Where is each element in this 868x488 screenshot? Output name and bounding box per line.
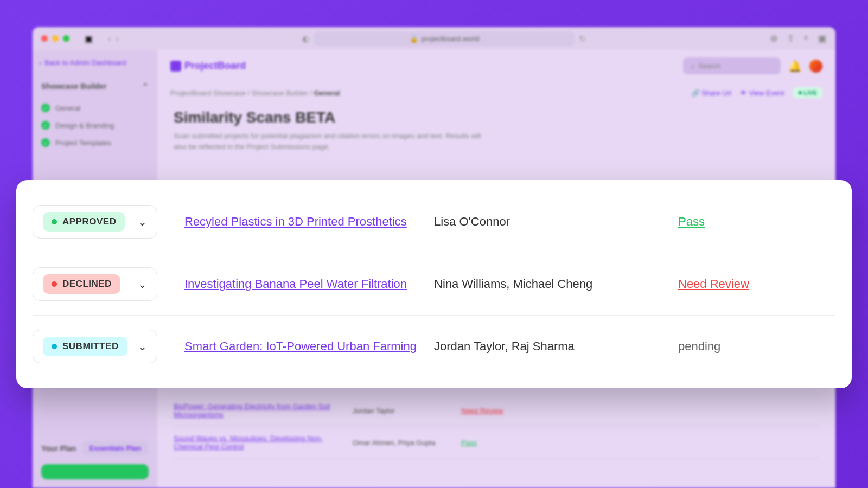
status-dot-icon — [52, 344, 57, 349]
project-link[interactable]: Smart Garden: IoT-Powered Urban Farming — [184, 339, 423, 354]
chevron-up-icon: ⌃ — [142, 82, 149, 91]
status-label: APPROVED — [62, 216, 116, 227]
share-url-link[interactable]: 🔗 Share Url — [691, 89, 732, 97]
brand-logo[interactable]: ProjectBoard — [170, 60, 246, 72]
project-link[interactable]: BioPower: Generating Electricity from Ga… — [174, 402, 342, 419]
chevron-left-icon: ‹ — [39, 59, 41, 67]
chevron-down-icon: ⌄ — [138, 340, 147, 353]
page-description: Scan submitted projects for potential pl… — [174, 131, 488, 152]
share-icon[interactable]: ⇪ — [787, 33, 795, 44]
check-icon: ✓ — [41, 104, 50, 112]
minimize-window-icon[interactable] — [52, 35, 59, 42]
result-link[interactable]: Pass — [678, 215, 765, 229]
status-chip: SUBMITTED — [43, 337, 127, 356]
page-title: Similarity Scans BETA — [174, 109, 819, 126]
breadcrumb-current: General — [314, 89, 340, 97]
project-link[interactable]: Investigating Banana Peel Water Filtrati… — [184, 277, 423, 291]
view-event-link[interactable]: 👁 View Event — [740, 89, 784, 97]
status-dropdown[interactable]: SUBMITTED ⌄ — [33, 330, 157, 363]
result-link[interactable]: pending — [678, 339, 765, 354]
project-link[interactable]: Recyled Plastics in 3D Printed Prostheti… — [184, 215, 423, 229]
result-link[interactable]: Need Review — [461, 407, 510, 415]
live-badge: LIVE — [793, 87, 822, 98]
overlay-row: SUBMITTED ⌄ Smart Garden: IoT-Powered Ur… — [33, 316, 835, 377]
table-row: BioPower: Generating Electricity from Ga… — [174, 395, 819, 427]
search-icon: ⌕ — [691, 62, 695, 70]
check-icon: ✓ — [41, 138, 50, 147]
table-row: Sound Waves vs. Mosquitoes: Developing N… — [174, 427, 819, 459]
search-input[interactable]: ⌕ Search — [683, 57, 781, 74]
sidebar-section-builder[interactable]: Showcase Builder ⌃ — [39, 78, 151, 95]
url-bar[interactable]: 🔒 projectboard.world — [314, 31, 575, 46]
sidebar-item-templates[interactable]: ✓ Project Templates — [39, 134, 151, 151]
sidebar-toggle-icon[interactable]: ▣ — [85, 34, 93, 44]
avatar[interactable] — [809, 60, 822, 73]
overlay-row: APPROVED ⌄ Recyled Plastics in 3D Printe… — [33, 191, 835, 253]
lock-icon: 🔒 — [410, 35, 418, 43]
breadcrumb-bar: ProjectBoard Showcase / Showcase Builder… — [157, 82, 835, 104]
author-text: Omar Ahmen, Priya Gupta — [353, 439, 450, 447]
status-chip: APPROVED — [43, 212, 125, 232]
reload-icon[interactable]: ↻ — [579, 34, 586, 44]
overlay-card: APPROVED ⌄ Recyled Plastics in 3D Printe… — [16, 180, 852, 388]
topbar: ProjectBoard ⌕ Search 🔔 — [157, 50, 835, 82]
result-link[interactable]: Pass — [461, 439, 510, 447]
logo-icon — [170, 61, 181, 72]
breadcrumb: ProjectBoard Showcase / Showcase Builder… — [170, 89, 340, 97]
breadcrumb-mid[interactable]: Showcase Builder — [252, 89, 308, 97]
status-dot-icon — [52, 219, 57, 224]
chevron-down-icon: ⌄ — [138, 278, 147, 291]
status-label: DECLINED — [62, 279, 112, 290]
author-text: Jordan Taylor, Raj Sharma — [434, 339, 667, 354]
plan-badge[interactable]: Essentials Plan — [82, 441, 149, 455]
traffic-lights — [41, 35, 69, 42]
shield-icon[interactable]: ◐ — [302, 34, 310, 44]
close-window-icon[interactable] — [41, 35, 48, 42]
breadcrumb-root[interactable]: ProjectBoard Showcase — [170, 89, 246, 97]
status-dropdown[interactable]: DECLINED ⌄ — [33, 267, 157, 301]
chevron-down-icon: ⌄ — [138, 215, 147, 228]
plan-label: Your Plan — [41, 444, 76, 453]
status-label: SUBMITTED — [62, 341, 119, 352]
sidebar-item-design[interactable]: ✓ Design & Branding — [39, 117, 151, 134]
tabs-icon[interactable]: ▣ — [818, 33, 827, 44]
forward-nav-icon[interactable]: › — [116, 33, 119, 44]
status-chip: DECLINED — [43, 274, 120, 294]
new-tab-icon[interactable]: + — [803, 33, 809, 44]
browser-chrome: ▣ ‹ › ◐ 🔒 projectboard.world ↻ ⊕ ⇪ + ▣ — [33, 27, 835, 50]
author-text: Lisa O'Connor — [434, 215, 667, 229]
project-link[interactable]: Sound Waves vs. Mosquitoes: Developing N… — [174, 434, 342, 451]
maximize-window-icon[interactable] — [63, 35, 69, 42]
check-icon: ✓ — [41, 121, 50, 130]
overlay-row: DECLINED ⌄ Investigating Banana Peel Wat… — [33, 253, 835, 316]
bell-icon[interactable]: 🔔 — [788, 60, 802, 73]
download-icon[interactable]: ⊕ — [770, 33, 778, 44]
status-dot-icon — [52, 281, 57, 287]
url-text: projectboard.world — [422, 35, 480, 43]
result-link[interactable]: Need Review — [678, 277, 765, 291]
back-to-dashboard-link[interactable]: ‹ Back to Admin Dashboard — [39, 59, 151, 67]
back-nav-icon[interactable]: ‹ — [108, 33, 111, 44]
upgrade-plan-button[interactable] — [41, 464, 149, 479]
status-dropdown[interactable]: APPROVED ⌄ — [33, 205, 157, 239]
sidebar-item-general[interactable]: ✓ General — [39, 99, 151, 117]
author-text: Jordan Taylor — [353, 407, 450, 415]
author-text: Nina Williams, Michael Cheng — [434, 277, 667, 291]
